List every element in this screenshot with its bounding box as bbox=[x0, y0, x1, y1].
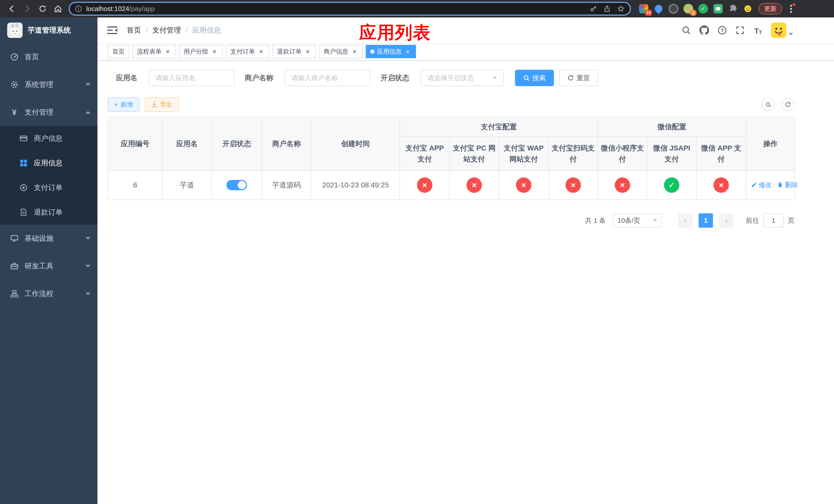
breadcrumb-home[interactable]: 首页 bbox=[127, 25, 141, 35]
browser-update-button[interactable]: 更新 bbox=[759, 3, 782, 14]
address-bar[interactable]: localhost:1024/pay/app bbox=[69, 2, 631, 16]
column-header-alipay-wap: 支付宝 WAP 网站支付 bbox=[499, 137, 549, 170]
chevron-down-icon bbox=[653, 219, 657, 222]
delete-button[interactable]: 删除 bbox=[777, 181, 798, 189]
refresh-button[interactable] bbox=[781, 98, 794, 111]
add-button[interactable]: + 新增 bbox=[108, 97, 139, 112]
goto-page-input[interactable] bbox=[763, 213, 784, 228]
sidebar-item-payment-orders[interactable]: 支付订单 bbox=[0, 175, 97, 200]
breadcrumb-payment[interactable]: 支付管理 bbox=[152, 25, 181, 35]
browser-toolbar: localhost:1024/pay/app 10 bbox=[0, 0, 834, 18]
chevron-down-icon bbox=[86, 265, 90, 267]
column-header-name: 应用名 bbox=[162, 117, 212, 170]
extensions-puzzle-icon[interactable] bbox=[727, 3, 739, 14]
circle-check-icon bbox=[20, 184, 28, 192]
close-icon[interactable]: × bbox=[258, 48, 265, 55]
share-icon[interactable] bbox=[603, 5, 611, 13]
app-name-input[interactable] bbox=[149, 70, 235, 86]
alipay-qr-status-icon: × bbox=[566, 177, 581, 193]
credit-card-icon bbox=[20, 134, 28, 142]
merchant-name-label: 商户名称 bbox=[245, 73, 273, 83]
sidebar-item-workflow[interactable]: 工作流程 bbox=[0, 280, 97, 307]
tab-user-group[interactable]: 用户分组× bbox=[179, 45, 223, 58]
extension-icon-green-circle[interactable]: ✓ bbox=[698, 3, 709, 14]
tab-app-info[interactable]: 应用信息× bbox=[366, 45, 416, 58]
sidebar-item-refund-orders[interactable]: 退款订单 bbox=[0, 200, 97, 225]
tab-refund-orders[interactable]: 退款订单× bbox=[272, 45, 316, 58]
user-menu[interactable] bbox=[771, 23, 793, 38]
avatar-extension-badge: 1 bbox=[690, 10, 697, 16]
column-header-alipay-pc: 支付宝 PC 网站支付 bbox=[449, 137, 499, 170]
help-icon[interactable]: ? bbox=[717, 25, 727, 36]
merchant-name-input[interactable] bbox=[285, 70, 370, 86]
export-button[interactable]: 导出 bbox=[145, 97, 179, 112]
search-button[interactable]: 搜索 bbox=[515, 70, 554, 86]
close-icon[interactable]: × bbox=[211, 48, 218, 55]
font-size-icon[interactable]: TT bbox=[753, 25, 763, 36]
edit-button[interactable]: 修改 bbox=[751, 181, 772, 189]
status-select[interactable]: 请选择开启状态 bbox=[421, 70, 504, 86]
gear-icon bbox=[10, 81, 19, 89]
app-logo[interactable]: 芋道管理系统 bbox=[0, 18, 97, 43]
column-header-created: 创建时间 bbox=[311, 117, 400, 170]
reload-icon[interactable] bbox=[35, 2, 50, 16]
toggle-search-button[interactable] bbox=[762, 98, 775, 111]
logo-rabbit-icon bbox=[7, 23, 23, 38]
alipay-wap-status-icon: × bbox=[516, 177, 531, 193]
column-header-wechat-app: 微信 APP 支付 bbox=[696, 137, 746, 170]
screen: localhost:1024/pay/app 10 bbox=[0, 0, 834, 504]
next-page-button[interactable]: › bbox=[719, 213, 733, 228]
extension-icon-blue-drop[interactable] bbox=[653, 3, 664, 14]
close-icon[interactable]: × bbox=[404, 48, 411, 55]
close-icon[interactable]: × bbox=[164, 48, 171, 55]
wechat-app-status-icon: × bbox=[714, 177, 729, 193]
tags-view: 首页 流程表单× 用户分组× 支付订单× 退款订单× 商户信息× 应用信息× bbox=[97, 43, 834, 61]
sidebar-item-app-info[interactable]: 应用信息 bbox=[0, 151, 97, 175]
forward-icon[interactable] bbox=[20, 2, 35, 16]
table-row: 6 芋道 芋道源码 2021-10-23 08:49:25 × × × × × bbox=[108, 170, 795, 200]
password-key-icon[interactable] bbox=[589, 5, 597, 13]
enabled-toggle[interactable] bbox=[226, 180, 247, 190]
back-icon[interactable] bbox=[4, 2, 20, 16]
browser-profile-avatar[interactable] bbox=[742, 3, 753, 14]
prev-page-button[interactable]: ‹ bbox=[678, 213, 693, 228]
column-header-wechat-jsapi: 微信 JSAPI 支付 bbox=[647, 137, 696, 170]
tab-payment-orders[interactable]: 支付订单× bbox=[226, 45, 269, 58]
home-icon[interactable] bbox=[50, 2, 66, 16]
reset-button[interactable]: 重置 bbox=[559, 70, 598, 86]
tab-process-form[interactable]: 流程表单× bbox=[132, 45, 176, 58]
browser-menu-icon[interactable] bbox=[786, 3, 795, 15]
extension-icon-green-chat[interactable] bbox=[712, 3, 724, 14]
site-info-icon[interactable] bbox=[75, 5, 82, 12]
cell-app-name: 芋道 bbox=[162, 170, 212, 200]
chevron-up-icon bbox=[86, 111, 90, 114]
user-avatar[interactable] bbox=[771, 23, 786, 38]
github-icon[interactable] bbox=[699, 25, 709, 36]
close-icon[interactable]: × bbox=[304, 48, 311, 55]
payment-submenu: 商户信息 应用信息 支付订单 bbox=[0, 126, 97, 225]
fullscreen-icon[interactable] bbox=[735, 25, 745, 36]
current-page-button[interactable]: 1 bbox=[699, 213, 713, 228]
wechat-jsapi-status-icon: ✓ bbox=[664, 177, 679, 193]
extension-icon-dark-circle[interactable] bbox=[668, 3, 679, 14]
svg-text:?: ? bbox=[721, 27, 724, 33]
tab-home[interactable]: 首页 bbox=[108, 45, 129, 58]
sidebar-toggle-icon[interactable] bbox=[105, 24, 119, 37]
sidebar-item-payment[interactable]: ¥ 支付管理 bbox=[0, 98, 97, 126]
sidebar-item-merchant-info[interactable]: 商户信息 bbox=[0, 126, 97, 151]
app-title: 芋道管理系统 bbox=[28, 25, 71, 35]
goto-label: 前往 bbox=[746, 216, 759, 225]
sidebar-item-home[interactable]: 首页 bbox=[0, 43, 97, 71]
breadcrumb-separator: / bbox=[186, 26, 188, 35]
extension-icon-avatar[interactable]: 1 bbox=[683, 3, 694, 14]
sidebar-item-infrastructure[interactable]: 基础设施 bbox=[0, 225, 97, 252]
tab-merchant-info[interactable]: 商户信息× bbox=[319, 45, 363, 58]
bookmark-star-icon[interactable] bbox=[617, 5, 625, 13]
close-icon[interactable]: × bbox=[351, 48, 358, 55]
page-size-select[interactable]: 10条/页 bbox=[613, 213, 662, 228]
sidebar-item-dev-tools[interactable]: 研发工具 bbox=[0, 252, 97, 280]
search-icon[interactable] bbox=[681, 25, 692, 36]
extension-icon-colorful[interactable]: 10 bbox=[638, 3, 649, 14]
sidebar-item-system[interactable]: 系统管理 bbox=[0, 71, 97, 98]
dashboard-icon bbox=[10, 53, 19, 61]
